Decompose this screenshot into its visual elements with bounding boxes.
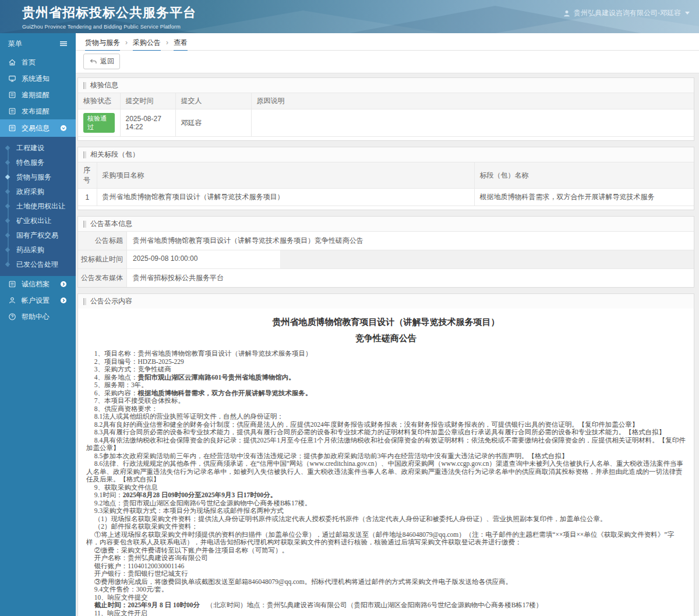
submenu-item-label: 矿业权出让 — [16, 217, 51, 225]
sidebar-item-label: 系统通知 — [22, 74, 68, 84]
submit-time-cell: 2025-08-27 14:22 — [120, 109, 175, 137]
info-row: 公告标题 贵州省地质博物馆教育项目设计（讲解导览技术服务项目）竞争性磋商公告 — [78, 231, 694, 250]
submitter-cell: 邓廷容 — [175, 109, 251, 137]
submenu-item-label: 国有产权交易 — [16, 231, 58, 239]
doc-paragraph: 9.4文件售价：300元/套。 — [86, 586, 686, 594]
section-title-text: 公告公示内容 — [90, 296, 132, 306]
document-subtitle: 竞争性磋商公告 — [86, 332, 686, 344]
doc-paragraph: （1）现场报名获取采购文件资料；提供法人身份证明书原件或法定代表人授权委托书原件… — [86, 515, 686, 523]
doc-paragraph: 开户银行：贵阳银行世纪城支行 — [86, 570, 686, 578]
sidebar-item-transaction-info[interactable]: 交易信息 — [0, 119, 76, 137]
diamond-bullet-icon — [5, 262, 10, 267]
status-badge: 核验通过 — [83, 113, 115, 133]
submenu-item-published-notices[interactable]: 已发公告处理 — [0, 257, 76, 272]
sidebar-item-account-settings[interactable]: 帐户设置 — [0, 292, 76, 309]
sidebar-item-overdue-reminder[interactable]: 逾期提醒 — [0, 87, 76, 103]
document-icon — [8, 91, 16, 99]
back-button[interactable]: 返回 — [83, 54, 120, 69]
transaction-submenu: 工程建设 特色服务 货物与服务 政府采购 土地使用权出让 矿业权出让 国有产权交… — [0, 137, 76, 276]
sidebar-item-label: 帐户设置 — [22, 296, 54, 306]
doc-paragraph: 3、采购方式：竞争性磋商 — [86, 366, 686, 374]
platform-subtitle: GuiZhou Province Tendering and Bidding P… — [22, 24, 196, 30]
breadcrumb-item-procurement-notice[interactable]: 采购公告 — [133, 38, 161, 52]
doc-paragraph: 5、服务期：3年。 — [86, 381, 686, 390]
related-packages-table: 序号 采购项目名称 标段（包）名称 1 贵州省地质博物馆教育项目设计（讲解导览技… — [78, 162, 694, 206]
page-content: 核验信息 核验状态 提交时间 提交人 原因说明 核验通过 2025-08-27 … — [76, 73, 699, 616]
submenu-item-label: 已发公告处理 — [16, 260, 58, 268]
diamond-bullet-icon — [5, 233, 10, 238]
column-header: 核验状态 — [78, 93, 120, 109]
section-title: 相关标段（包） — [78, 147, 694, 162]
sidebar-item-label: 首页 — [22, 58, 68, 68]
breadcrumb-item-view[interactable]: 查看 — [174, 38, 188, 52]
doc-paragraph: 8.2具有良好的商业信誉和健全的财务会计制度；供应商是法人的，应提供2024年度… — [86, 421, 686, 429]
sidebar-item-publish-reminder[interactable]: 发布提醒 — [0, 103, 76, 119]
section-marker-icon — [83, 221, 86, 228]
main-area: 货物与服务 › 采购公告 › 查看 返回 — [76, 33, 699, 616]
publish-media-value: 贵州省招标投标公共服务平台 — [127, 269, 694, 287]
doc-paragraph: 9.3采购文件获取方式：本项目分为现场报名或邮件报名两种方式 — [86, 507, 686, 515]
submenu-item-drug-procurement[interactable]: 药品采购 — [0, 243, 76, 257]
sidebar-item-credit-archive[interactable]: 诚信档案 — [0, 276, 76, 292]
breadcrumb-item-goods-services[interactable]: 货物与服务 — [85, 38, 120, 52]
doc-paragraph: ①将上述现场报名获取采购文件时须提供的资料的扫描件（加盖单位公章），通过邮箱发送… — [86, 531, 686, 547]
doc-paragraph: 9.1时间：2025年8月28 日09时00分至2025年9月3 日17时00分… — [86, 491, 686, 500]
doc-paragraph: 8.4具有依法缴纳税收和社会保障资金的良好记录；提供2025年1月至今任意1个月… — [86, 437, 686, 452]
submenu-item-state-property[interactable]: 国有产权交易 — [0, 228, 76, 243]
breadcrumb-separator: › — [166, 38, 168, 47]
reason-cell — [251, 109, 694, 137]
section-marker-icon — [83, 298, 86, 305]
submenu-item-mining-rights[interactable]: 矿业权出让 — [0, 214, 76, 228]
sidebar-item-label: 逾期提醒 — [22, 90, 68, 100]
column-header: 提交人 — [175, 93, 251, 109]
brand: 贵州省招标投标公共服务平台 GuiZhou Province Tendering… — [22, 4, 196, 30]
user-menu[interactable]: 贵州弘典建设咨询有限公司-邓廷容 — [563, 8, 690, 18]
chevron-right-circle-icon — [59, 280, 68, 288]
diamond-bullet-icon — [5, 146, 10, 150]
verification-section: 核验信息 核验状态 提交时间 提交人 原因说明 核验通过 2025-08-27 … — [77, 77, 694, 141]
submenu-item-land-use[interactable]: 土地使用权出让 — [0, 199, 76, 214]
column-header: 采购项目名称 — [97, 162, 474, 189]
document-icon — [8, 107, 16, 115]
sidebar-item-home[interactable]: 首页 — [0, 54, 76, 70]
user-icon — [563, 9, 571, 17]
sidebar-item-label: 交易信息 — [22, 123, 54, 133]
hamburger-icon[interactable] — [59, 40, 68, 48]
doc-paragraph: 6、采购内容：根据地质博物科普需求，双方合作开展讲解导览技术服务。 — [86, 390, 686, 398]
info-row: 公告发布媒体 贵州省招标投标公共服务平台 — [78, 268, 694, 287]
column-header: 原因说明 — [251, 93, 694, 109]
diamond-bullet-icon — [5, 204, 10, 208]
doc-paragraph: 9.2地点：贵阳市观山湖区金阳南路6号世纪金源购物中心商务楼B栋17楼。 — [86, 500, 686, 508]
diamond-bullet-icon — [5, 189, 10, 194]
doc-paragraph: 2、项目编号：HDZB-2025-229 — [86, 358, 686, 366]
submenu-item-engineering[interactable]: 工程建设 — [0, 141, 76, 155]
verification-table: 核验状态 提交时间 提交人 原因说明 核验通过 2025-08-27 14:22… — [78, 93, 694, 137]
document-icon — [8, 280, 16, 288]
sidebar-item-notifications[interactable]: 系统通知 — [0, 70, 76, 87]
row-filler — [281, 250, 694, 268]
person-icon — [8, 296, 16, 305]
notice-paragraphs: 1、项目名称：贵州省地质博物馆教育项目设计（讲解导览技术服务项目）2、项目编号：… — [86, 350, 686, 616]
submenu-item-goods-services[interactable]: 货物与服务 — [0, 170, 76, 185]
question-circle-icon — [8, 313, 16, 321]
document-icon — [8, 124, 16, 132]
back-arrow-icon — [89, 58, 97, 66]
doc-paragraph: ③费用缴纳完成后，将缴费回执单或截图发送至邮箱846048079@qq.com。… — [86, 578, 686, 586]
info-label: 公告标题 — [78, 232, 127, 250]
diamond-bullet-icon — [5, 160, 10, 165]
notice-title-value: 贵州省地质博物馆教育项目设计（讲解导览技术服务项目）竞争性磋商公告 — [127, 232, 694, 250]
back-button-label: 返回 — [100, 56, 114, 66]
section-title-text: 核验信息 — [90, 80, 118, 90]
section-title: 公告公示内容 — [78, 294, 694, 309]
submenu-item-label: 货物与服务 — [16, 173, 51, 181]
doc-paragraph: 8.5参加本次政府采购活动前三年内，在经营活动中没有违法违规记录；提供参加政府采… — [86, 452, 686, 461]
row-number-cell: 1 — [78, 189, 97, 206]
doc-paragraph: 银行账户：11040120030001146 — [86, 562, 686, 571]
sidebar-item-help-center[interactable]: 帮助中心 — [0, 309, 76, 325]
submenu-item-government-procurement[interactable]: 政府采购 — [0, 185, 76, 199]
column-header: 标段（包）名称 — [474, 162, 694, 189]
chevron-down-circle-icon — [59, 124, 68, 132]
submenu-item-special-services[interactable]: 特色服务 — [0, 155, 76, 170]
section-title: 公告基本信息 — [78, 217, 694, 231]
doc-paragraph: （2）邮件报名获取采购文件资料； — [86, 523, 686, 531]
